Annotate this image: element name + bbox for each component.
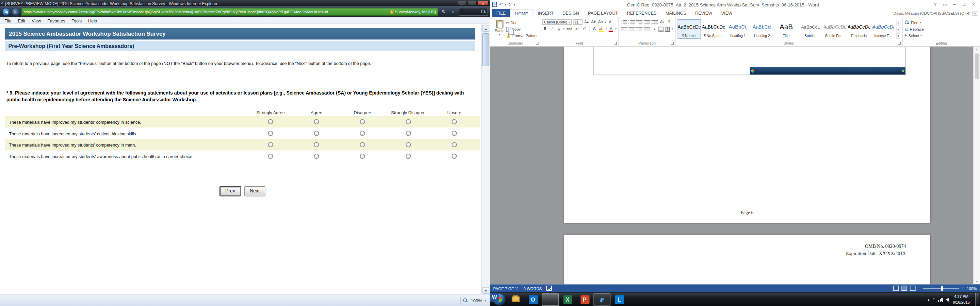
highlight-dropdown-icon[interactable]: ▾ [605, 27, 607, 30]
search-box[interactable] [459, 8, 488, 16]
radio-r2-strongly-agree[interactable] [268, 130, 273, 136]
radio-r1-disagree[interactable] [360, 119, 365, 124]
address-bar[interactable]: https://www.surveymonkey.com/r/?sm=HygE%… [21, 8, 438, 16]
ie-minimize-button[interactable]: – [457, 1, 466, 6]
line-spacing-icon[interactable]: ↕ [652, 26, 657, 32]
style-emphasis[interactable]: AaBbCcDc Emphasis [847, 19, 871, 39]
style-normal[interactable]: AaBbCcDc ¶ Normal [678, 19, 701, 39]
tab-references[interactable]: REFERENCES [622, 9, 661, 17]
menu-view[interactable]: View [29, 18, 44, 22]
radio-r1-strongly-agree[interactable] [268, 119, 273, 124]
volume-icon[interactable] [946, 298, 949, 301]
radio-r3-unsure[interactable] [452, 142, 457, 147]
increase-indent-icon[interactable] [652, 19, 658, 25]
shrink-font-button[interactable]: A▾ [591, 19, 597, 25]
font-family-dropdown-icon[interactable]: ▾ [569, 21, 570, 24]
tab-design[interactable]: DESIGN [558, 9, 584, 17]
show-paragraph-marks-icon[interactable]: ¶ [666, 19, 672, 25]
clear-formatting-button[interactable]: A [608, 19, 613, 25]
menu-help[interactable]: Help [85, 18, 100, 22]
ie-zoom-level[interactable]: 100% [471, 298, 482, 303]
styles-scroll-up-icon[interactable]: ▴ [896, 20, 900, 25]
radio-r4-agree[interactable] [314, 154, 319, 159]
scroll-up-icon[interactable]: ▲ [482, 25, 490, 32]
style-intense-emphasis[interactable]: AaBbCcDi Intense E... [872, 19, 895, 39]
paste-dropdown-icon[interactable]: ▾ [499, 33, 500, 36]
read-mode-button[interactable] [893, 285, 899, 291]
paragraph-dialog-launcher-icon[interactable] [671, 42, 674, 45]
document-page-6[interactable]: Page 6 [564, 47, 930, 223]
copy-button[interactable]: Copy [506, 26, 538, 32]
tab-page-layout[interactable]: PAGE LAYOUT [584, 9, 622, 17]
taskbar-app-explorer[interactable] [508, 293, 525, 306]
font-color-button[interactable]: A [608, 26, 614, 32]
radio-r4-disagree[interactable] [360, 154, 365, 159]
taskbar-app-outlook[interactable]: O [524, 293, 542, 306]
embedded-screenshot-image[interactable] [593, 47, 906, 75]
radio-r1-unsure[interactable] [452, 119, 457, 124]
show-hidden-icons-button[interactable]: ▴ [928, 297, 930, 301]
menu-file[interactable]: File [2, 18, 14, 22]
radio-r4-strongly-disagree[interactable] [406, 154, 411, 159]
radio-r1-strongly-disagree[interactable] [406, 119, 411, 124]
font-size-combo[interactable]: 11 [573, 19, 582, 25]
word-scrollbar-thumb[interactable] [975, 54, 978, 79]
tab-review[interactable]: REVIEW [691, 9, 717, 17]
underline-dropdown-icon[interactable]: ▾ [563, 27, 565, 30]
page-indicator[interactable]: PAGE 7 OF 11 [493, 286, 519, 290]
radio-r3-agree[interactable] [314, 142, 319, 147]
styles-scroll-down-icon[interactable]: ▾ [896, 27, 900, 32]
font-color-dropdown-icon[interactable]: ▾ [615, 27, 617, 30]
zoom-in-button[interactable]: + [962, 285, 964, 291]
radio-r2-strongly-disagree[interactable] [406, 130, 411, 136]
redo-icon[interactable]: ↻ [508, 2, 512, 7]
qat-customize-icon[interactable]: ▾ [514, 3, 515, 6]
taskbar-app-ie[interactable]: e [593, 293, 611, 306]
spellcheck-icon[interactable] [546, 285, 552, 291]
taskbar-app-lync[interactable]: L [611, 293, 628, 306]
tab-mailings[interactable]: MAILINGS [661, 9, 691, 17]
ie-vertical-scrollbar[interactable]: ▲ ▼ [481, 24, 490, 295]
select-dropdown-icon[interactable]: ▾ [920, 34, 922, 37]
replace-button[interactable]: ab Replace [904, 26, 978, 32]
zoom-slider[interactable] [923, 288, 959, 289]
styles-more-icon[interactable]: ▼ [896, 33, 900, 39]
find-button[interactable]: Find ▾ [904, 20, 978, 25]
font-dialog-launcher-icon[interactable] [615, 42, 617, 45]
show-desktop-button[interactable] [975, 292, 978, 306]
style-subtitle[interactable]: AaBbCcL Subtitle [799, 19, 822, 39]
align-center-icon[interactable] [629, 26, 635, 32]
scrollbar-thumb[interactable] [482, 33, 490, 67]
word-scroll-up-icon[interactable]: ▲ [974, 47, 980, 52]
subscript-button[interactable]: x₂ [574, 26, 580, 32]
taskbar-app-powerpoint[interactable]: P [576, 293, 593, 306]
tab-file[interactable]: FILE [492, 9, 510, 17]
tab-home[interactable]: HOME [510, 9, 533, 17]
style-heading-1[interactable]: AaBbC( Heading 1 [726, 19, 749, 39]
decrease-indent-icon[interactable] [644, 19, 651, 25]
menu-tools[interactable]: Tools [68, 18, 85, 22]
styles-dialog-launcher-icon[interactable] [898, 42, 901, 45]
radio-r2-agree[interactable] [314, 130, 319, 136]
superscript-button[interactable]: x² [581, 26, 587, 32]
word-scroll-down-icon[interactable]: ▼ [974, 279, 980, 284]
menu-edit[interactable]: Edit [14, 18, 29, 22]
numbering-icon[interactable] [629, 19, 635, 25]
tab-insert[interactable]: INSERT [533, 9, 558, 17]
radio-r3-strongly-agree[interactable] [268, 142, 273, 147]
menu-favorites[interactable]: Favorites [44, 18, 68, 22]
shading-icon[interactable] [659, 27, 664, 32]
tab-view[interactable]: VIEW [717, 9, 737, 17]
grow-font-button[interactable]: A▴ [584, 19, 589, 25]
web-layout-button[interactable] [910, 285, 916, 291]
undo-dropdown-icon[interactable]: ▾ [504, 3, 506, 6]
next-button[interactable]: Next [244, 186, 266, 197]
action-center-icon[interactable]: ⚐ [932, 297, 935, 301]
style-subtle-emphasis[interactable]: AaBbCcDc Subtle Em... [823, 19, 846, 39]
signed-in-user[interactable]: Davis, Meagan (CDC/OPHSS/CSELS) (CTR) ▾ [894, 9, 980, 17]
italic-button[interactable]: I [549, 26, 555, 32]
print-layout-button[interactable] [902, 285, 907, 291]
zoom-dropdown-icon[interactable]: ▾ [485, 299, 486, 302]
sort-icon[interactable]: A↓ [659, 19, 665, 25]
scroll-down-icon[interactable]: ▼ [482, 287, 490, 294]
